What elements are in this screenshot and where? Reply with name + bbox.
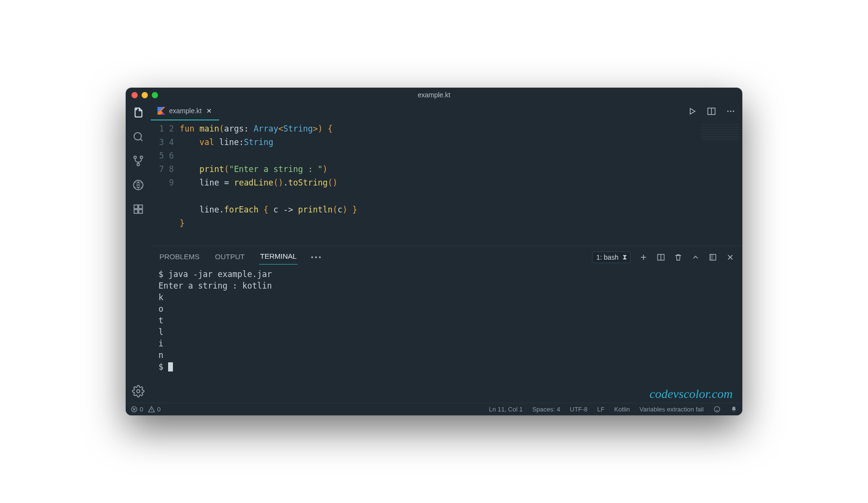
- activity-bar: [126, 102, 151, 403]
- watermark: codevscolor.com: [649, 388, 733, 400]
- collapse-panel-icon[interactable]: [691, 253, 700, 262]
- panel-overflow-icon[interactable]: [311, 256, 321, 258]
- window-body: example.kt 1 2 3 4 5 6 7 8 9 fun main(ar…: [126, 102, 742, 403]
- close-window-button[interactable]: [132, 92, 138, 98]
- line-gutter: 1 2 3 4 5 6 7 8 9: [151, 122, 180, 246]
- status-eol[interactable]: LF: [597, 406, 605, 413]
- status-feedback-icon[interactable]: [713, 406, 721, 413]
- tab-problems[interactable]: PROBLEMS: [158, 251, 200, 265]
- extensions-icon[interactable]: [132, 202, 145, 216]
- svg-point-18: [714, 407, 720, 412]
- window-title: example.kt: [126, 91, 742, 99]
- new-terminal-icon[interactable]: [639, 253, 648, 262]
- run-icon[interactable]: [687, 106, 697, 116]
- kotlin-file-icon: [158, 107, 165, 115]
- minimize-window-button[interactable]: [142, 92, 148, 98]
- terminal-cursor: [168, 362, 173, 371]
- maximize-window-button[interactable]: [152, 92, 158, 98]
- svg-rect-6: [134, 210, 138, 213]
- status-errors[interactable]: 0: [131, 406, 143, 413]
- svg-point-11: [727, 111, 729, 112]
- kill-terminal-icon[interactable]: [674, 253, 683, 262]
- close-tab-icon[interactable]: [206, 107, 212, 114]
- more-actions-icon[interactable]: [726, 106, 736, 116]
- code-content[interactable]: fun main(args: Array<String>) { val line…: [180, 122, 742, 246]
- status-cursor-position[interactable]: Ln 11, Col 1: [489, 406, 523, 413]
- svg-point-0: [134, 132, 141, 140]
- status-language[interactable]: Kotlin: [614, 406, 630, 413]
- svg-point-9: [137, 390, 140, 393]
- tab-example-kt[interactable]: example.kt: [151, 102, 219, 120]
- terminal-output[interactable]: $ java -jar example.jar Enter a string :…: [151, 265, 742, 403]
- svg-point-13: [733, 111, 734, 112]
- code-editor[interactable]: 1 2 3 4 5 6 7 8 9 fun main(args: Array<S…: [151, 120, 742, 246]
- maximize-panel-icon[interactable]: [709, 253, 717, 262]
- editor-tabs: example.kt: [151, 102, 742, 120]
- debug-icon[interactable]: [132, 178, 145, 192]
- svg-rect-5: [134, 205, 138, 209]
- svg-rect-7: [139, 210, 143, 213]
- settings-gear-icon[interactable]: [132, 384, 145, 398]
- tab-filename: example.kt: [169, 107, 202, 115]
- svg-rect-8: [139, 205, 143, 209]
- tab-terminal[interactable]: TERMINAL: [259, 250, 298, 265]
- vscode-window: example.kt: [126, 88, 742, 415]
- status-indentation[interactable]: Spaces: 4: [532, 406, 560, 413]
- titlebar: example.kt: [126, 88, 742, 102]
- status-extraction[interactable]: Variables extraction fail: [640, 406, 704, 413]
- status-warnings[interactable]: 0: [148, 406, 160, 413]
- main-area: example.kt 1 2 3 4 5 6 7 8 9 fun main(ar…: [151, 102, 742, 403]
- svg-point-2: [140, 156, 143, 159]
- status-bell-icon[interactable]: [730, 406, 737, 413]
- close-panel-icon[interactable]: [726, 253, 735, 262]
- traffic-lights: [132, 92, 158, 98]
- split-terminal-icon[interactable]: [657, 253, 665, 262]
- panel-tabs: PROBLEMS OUTPUT TERMINAL 1: bash: [151, 246, 742, 265]
- terminal-selector[interactable]: 1: bash: [592, 252, 631, 263]
- split-editor-icon[interactable]: [707, 106, 716, 116]
- tab-output[interactable]: OUTPUT: [214, 251, 246, 265]
- svg-point-1: [134, 156, 136, 159]
- svg-point-12: [730, 111, 732, 112]
- explorer-icon[interactable]: [132, 106, 145, 119]
- svg-point-3: [137, 163, 140, 166]
- status-encoding[interactable]: UTF-8: [570, 406, 588, 413]
- minimap[interactable]: [701, 123, 739, 140]
- source-control-icon[interactable]: [132, 154, 145, 168]
- terminal-select[interactable]: 1: bash: [592, 252, 631, 263]
- status-bar: 0 0 Ln 11, Col 1 Spaces: 4 UTF-8 LF Kotl…: [126, 403, 742, 415]
- svg-rect-16: [710, 254, 713, 260]
- panel: PROBLEMS OUTPUT TERMINAL 1: bash: [151, 246, 742, 403]
- search-icon[interactable]: [132, 130, 145, 144]
